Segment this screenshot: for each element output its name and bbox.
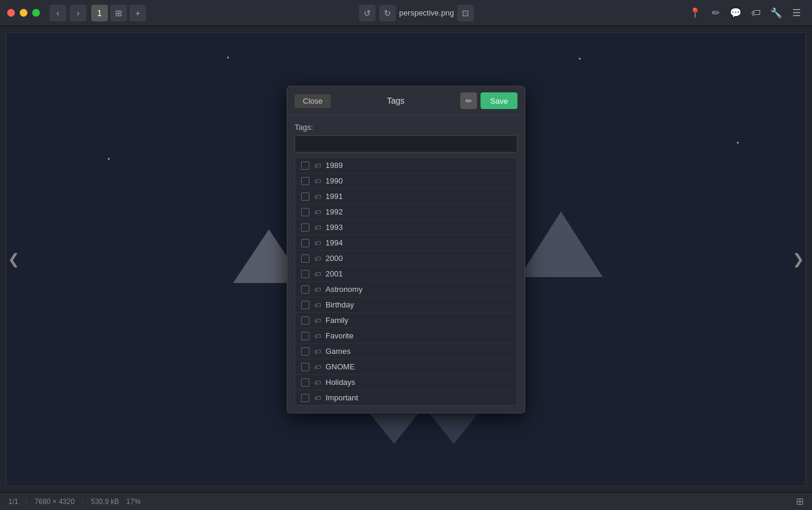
tag-checkbox[interactable] <box>301 332 309 340</box>
file-size: 530,9 kB <box>91 497 119 506</box>
tag-name: 1994 <box>326 238 343 247</box>
tag-name: Important <box>326 393 358 402</box>
tag-item[interactable]: 🏷Important <box>295 390 517 405</box>
tag-name: Holidays <box>326 378 355 387</box>
tag-item[interactable]: 🏷1990 <box>295 173 517 189</box>
dialog-title: Tags <box>331 96 460 105</box>
tag-checkbox[interactable] <box>301 161 309 170</box>
tag-checkbox[interactable] <box>301 223 309 232</box>
tags-search-input[interactable] <box>295 135 517 153</box>
view-single-button[interactable]: 1 <box>91 5 108 21</box>
tag-item[interactable]: 🏷1993 <box>295 220 517 235</box>
tag-item[interactable]: 🏷1994 <box>295 235 517 251</box>
aspect-button[interactable]: ⊡ <box>457 5 474 21</box>
tags-dialog: Close Tags ✏ Save Tags: 🏷1989🏷1990🏷1991🏷… <box>287 86 525 413</box>
dialog-body: Tags: 🏷1989🏷1990🏷1991🏷1992🏷1993🏷1994🏷200… <box>287 116 525 413</box>
dialog-edit-button[interactable]: ✏ <box>460 92 477 109</box>
tag-checkbox[interactable] <box>301 192 309 201</box>
tag-icon: 🏷 <box>314 178 321 185</box>
tag-icon: 🏷 <box>314 209 321 216</box>
tag-icon: 🏷 <box>314 348 321 355</box>
tag-name: 2001 <box>326 269 343 278</box>
tag-name: GNOME <box>326 362 355 371</box>
view-add-button[interactable]: + <box>129 5 146 21</box>
main-canvas-area: ❮ ❯ Close Tags ✏ Save Tags: 🏷1989🏷199 <box>0 26 812 492</box>
view-grid-button[interactable]: ⊞ <box>110 5 127 21</box>
tag-checkbox[interactable] <box>301 378 309 387</box>
star-dot <box>737 142 739 144</box>
tag-icon: 🏷 <box>314 193 321 200</box>
tag-checkbox[interactable] <box>301 208 309 216</box>
tag-name: Favorite <box>326 331 354 340</box>
next-image-button[interactable]: ❯ <box>788 246 809 272</box>
tag-item[interactable]: 🏷Family <box>295 313 517 328</box>
zoom-level: 17% <box>126 497 141 506</box>
back-button[interactable]: ‹ <box>49 5 66 21</box>
tag-item[interactable]: 🏷1989 <box>295 158 517 173</box>
maximize-window-button[interactable] <box>32 9 40 17</box>
rotate-left-button[interactable]: ↺ <box>359 5 376 21</box>
tag-checkbox[interactable] <box>301 301 309 309</box>
pin-icon[interactable]: 📍 <box>687 5 703 21</box>
star-dot <box>108 158 110 160</box>
pencil-icon: ✏ <box>466 97 472 105</box>
tag-icon[interactable]: 🏷 <box>748 5 764 21</box>
tag-item[interactable]: 🏷1992 <box>295 204 517 220</box>
tag-checkbox[interactable] <box>301 254 309 263</box>
tag-icon: 🏷 <box>314 363 321 371</box>
dialog-header: Close Tags ✏ Save <box>287 86 525 116</box>
tag-name: 1989 <box>326 161 343 170</box>
tag-item[interactable]: 🏷Favorite <box>295 328 517 344</box>
tag-item[interactable]: 🏷2000 <box>295 251 517 266</box>
tag-checkbox[interactable] <box>301 347 309 356</box>
star-dot <box>579 58 581 60</box>
tag-name: Astronomy <box>326 285 362 294</box>
dialog-close-button[interactable]: Close <box>295 94 331 108</box>
separator-2: · <box>82 497 83 506</box>
tag-name: Family <box>326 316 348 325</box>
minimize-window-button[interactable] <box>20 9 27 17</box>
tag-icon: 🏷 <box>314 224 321 231</box>
tag-name: Games <box>326 347 351 356</box>
tag-icon: 🏷 <box>314 270 321 278</box>
tag-item[interactable]: 🏷1991 <box>295 189 517 204</box>
rotate-right-button[interactable]: ↻ <box>379 5 396 21</box>
tag-item[interactable]: 🏷Games <box>295 344 517 359</box>
tag-checkbox[interactable] <box>301 316 309 325</box>
tag-item[interactable]: 🏷Birthday <box>295 297 517 313</box>
wrench-icon[interactable]: 🔧 <box>768 5 785 21</box>
forward-button[interactable]: › <box>70 5 86 21</box>
chat-icon[interactable]: 💬 <box>727 5 744 21</box>
tag-icon: 🏷 <box>314 162 321 169</box>
tag-name: 1992 <box>326 207 343 216</box>
tag-checkbox[interactable] <box>301 363 309 371</box>
titlebar: ‹ › 1 ⊞ + ↺ ↻ perspective.png ⊡ 📍 ✏ 💬 🏷 … <box>0 0 812 26</box>
tag-name: 1990 <box>326 176 343 185</box>
image-canvas: ❮ ❯ Close Tags ✏ Save Tags: 🏷1989🏷199 <box>0 26 812 492</box>
tag-item[interactable]: 🏷2001 <box>295 266 517 282</box>
tag-checkbox[interactable] <box>301 270 309 278</box>
tag-item[interactable]: 🏷Holidays <box>295 375 517 390</box>
tag-icon: 🏷 <box>314 379 321 386</box>
tag-checkbox[interactable] <box>301 394 309 402</box>
prev-image-button[interactable]: ❮ <box>3 246 24 272</box>
dialog-save-button[interactable]: Save <box>481 92 517 109</box>
grid-view-toggle[interactable]: ⊞ <box>796 496 804 507</box>
tag-checkbox[interactable] <box>301 177 309 185</box>
tag-icon: 🏷 <box>314 255 321 262</box>
tag-checkbox[interactable] <box>301 285 309 294</box>
pencil-icon[interactable]: ✏ <box>707 5 724 21</box>
tag-item[interactable]: 🏷GNOME <box>295 359 517 375</box>
close-window-button[interactable] <box>7 9 15 17</box>
page-info: 1/1 <box>8 497 18 506</box>
tag-icon: 🏷 <box>314 394 321 402</box>
tag-icon: 🏷 <box>314 317 321 324</box>
tag-name: 1993 <box>326 223 343 232</box>
tag-name: 2000 <box>326 254 343 263</box>
tag-name: Birthday <box>326 300 354 309</box>
shape-hint-bottom-right <box>430 414 478 444</box>
tag-checkbox[interactable] <box>301 239 309 247</box>
menu-icon[interactable]: ☰ <box>788 5 805 21</box>
statusbar: 1/1 · 7680 × 4320 · 530,9 kB 17% ⊞ <box>0 492 812 510</box>
tag-item[interactable]: 🏷Astronomy <box>295 282 517 297</box>
